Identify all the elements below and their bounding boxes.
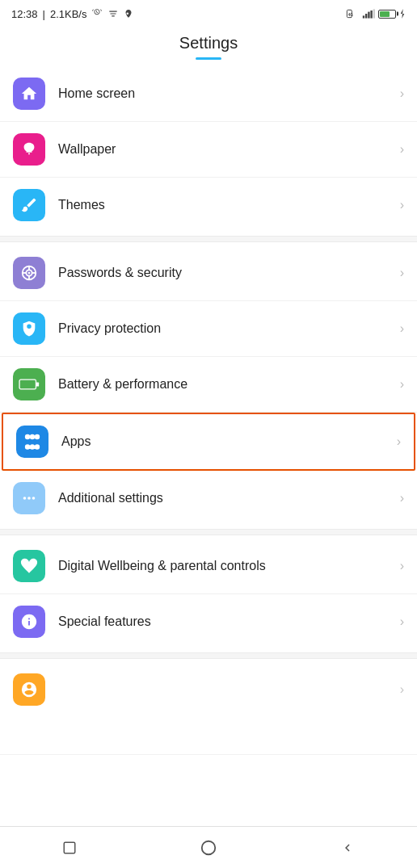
svg-point-10 (28, 272, 31, 275)
wallpaper-label: Wallpaper (58, 142, 394, 157)
status-bar: 12:38 | 2.1KB/s 4G (0, 0, 417, 26)
accent-line (196, 57, 221, 60)
passwords-label: Passwords & security (58, 266, 394, 280)
settings-item-apps[interactable]: Apps › (2, 413, 415, 471)
apps-chevron: › (397, 434, 401, 449)
battery-chevron: › (400, 377, 404, 392)
partial-icon (13, 673, 45, 706)
svg-rect-16 (20, 380, 36, 388)
page-title: Settings (0, 26, 417, 57)
square-icon (62, 841, 77, 855)
privacy-label: Privacy protection (58, 321, 394, 336)
themes-chevron: › (400, 198, 404, 212)
svg-rect-3 (365, 14, 367, 19)
section-security: Passwords & security › Privacy protectio… (0, 245, 417, 526)
additional-chevron: › (400, 491, 404, 505)
back-icon (340, 841, 355, 855)
additional-label: Additional settings (58, 491, 394, 505)
sim-icon: 4G (346, 9, 359, 19)
passwords-chevron: › (400, 266, 404, 280)
svg-point-18 (27, 497, 31, 500)
svg-rect-5 (370, 10, 372, 19)
svg-point-22 (202, 841, 216, 854)
charging-icon (399, 9, 406, 19)
partial-chevron: › (400, 682, 404, 697)
divider-3 (0, 652, 417, 659)
apps-icon (16, 426, 48, 458)
settings-item-partial[interactable]: › (0, 662, 417, 755)
home-screen-chevron: › (400, 86, 404, 101)
special-icon (13, 606, 45, 638)
svg-rect-6 (373, 9, 375, 18)
settings-item-home-screen[interactable]: Home screen › (0, 66, 417, 122)
wellbeing-icon (13, 550, 45, 582)
alarm-icon (91, 8, 103, 19)
location-icon (124, 8, 133, 19)
nav-home-button[interactable] (191, 830, 226, 866)
svg-marker-7 (401, 9, 405, 19)
battery-icon (378, 10, 396, 19)
settings-item-privacy[interactable]: Privacy protection › (0, 301, 417, 357)
status-right: 4G (346, 9, 406, 19)
settings-item-themes[interactable]: Themes › (0, 178, 417, 233)
time: 12:38 (11, 8, 38, 20)
home-screen-icon (13, 78, 45, 110)
section-personalization: Home screen › Wallpaper › Themes › (0, 66, 417, 233)
privacy-icon (13, 312, 45, 345)
status-left: 12:38 | 2.1KB/s (11, 8, 133, 20)
special-chevron: › (400, 614, 404, 629)
settings-item-battery[interactable]: Battery & performance › (0, 357, 417, 413)
notification-icon (107, 8, 119, 19)
svg-rect-2 (363, 15, 364, 18)
nav-back-button[interactable] (330, 830, 365, 866)
wallpaper-chevron: › (400, 142, 404, 157)
wallpaper-icon (13, 133, 45, 166)
privacy-chevron: › (400, 321, 404, 336)
section-wellbeing: Digital Wellbeing & parental controls › … (0, 539, 417, 649)
additional-icon (13, 482, 45, 514)
battery-label: Battery & performance (58, 377, 394, 392)
settings-item-special[interactable]: Special features › (0, 594, 417, 649)
nav-square-button[interactable] (52, 830, 87, 866)
settings-item-additional[interactable]: Additional settings › (0, 471, 417, 526)
settings-item-passwords[interactable]: Passwords & security › (0, 245, 417, 301)
wellbeing-label: Digital Wellbeing & parental controls (58, 559, 394, 573)
circle-icon (200, 839, 217, 857)
separator: | (43, 8, 45, 20)
home-screen-label: Home screen (58, 86, 394, 101)
nav-bar (0, 826, 417, 868)
svg-rect-4 (368, 12, 369, 19)
divider-1 (0, 236, 417, 242)
signal-icon (362, 9, 375, 19)
settings-item-wellbeing[interactable]: Digital Wellbeing & parental controls › (0, 539, 417, 594)
svg-point-20 (32, 497, 36, 500)
battery-settings-icon (13, 368, 45, 400)
special-label: Special features (58, 614, 394, 629)
settings-item-wallpaper[interactable]: Wallpaper › (0, 122, 417, 178)
svg-rect-17 (36, 382, 39, 386)
themes-icon (13, 189, 45, 221)
network-speed: 2.1KB/s (50, 8, 87, 20)
themes-label: Themes (58, 198, 394, 212)
svg-text:4G: 4G (348, 13, 354, 17)
passwords-icon (13, 257, 45, 289)
apps-label: Apps (61, 434, 390, 449)
wellbeing-chevron: › (400, 559, 404, 573)
svg-rect-21 (64, 842, 75, 853)
svg-point-19 (23, 497, 27, 500)
divider-2 (0, 529, 417, 535)
